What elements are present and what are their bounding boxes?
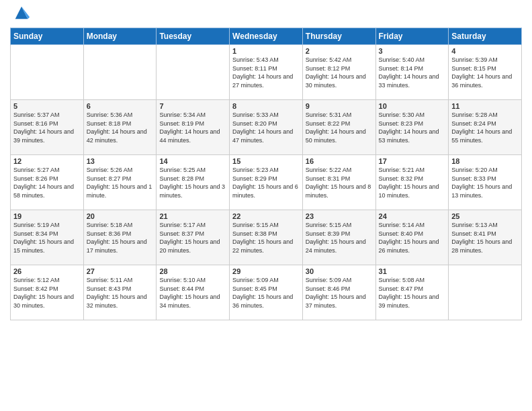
day-number: 13	[87, 157, 154, 165]
calendar-cell: 18Sunrise: 5:20 AM Sunset: 8:33 PM Dayli…	[449, 155, 522, 210]
day-number: 10	[379, 102, 446, 110]
day-info: Sunrise: 5:15 AM Sunset: 8:38 PM Dayligh…	[232, 221, 300, 255]
day-info: Sunrise: 5:26 AM Sunset: 8:27 PM Dayligh…	[87, 166, 154, 199]
day-number: 29	[232, 267, 300, 275]
day-number: 30	[306, 267, 373, 275]
day-info: Sunrise: 5:30 AM Sunset: 8:23 PM Dayligh…	[379, 111, 446, 144]
day-number: 3	[379, 47, 446, 55]
calendar-cell: 16Sunrise: 5:22 AM Sunset: 8:31 PM Dayli…	[302, 155, 375, 210]
calendar-cell	[157, 45, 230, 100]
day-number: 23	[306, 212, 373, 220]
calendar: SundayMondayTuesdayWednesdayThursdayFrid…	[10, 28, 522, 320]
day-info: Sunrise: 5:15 AM Sunset: 8:39 PM Dayligh…	[306, 221, 373, 255]
day-info: Sunrise: 5:20 AM Sunset: 8:33 PM Dayligh…	[451, 166, 519, 199]
calendar-header-row: SundayMondayTuesdayWednesdayThursdayFrid…	[11, 28, 522, 45]
calendar-cell: 17Sunrise: 5:21 AM Sunset: 8:32 PM Dayli…	[375, 155, 449, 210]
page: SundayMondayTuesdayWednesdayThursdayFrid…	[0, 0, 532, 411]
day-number: 11	[451, 102, 519, 110]
calendar-cell	[83, 45, 157, 100]
calendar-cell: 13Sunrise: 5:26 AM Sunset: 8:27 PM Dayli…	[83, 155, 157, 210]
header	[10, 7, 522, 22]
day-number: 18	[451, 157, 519, 165]
calendar-week-1: 5Sunrise: 5:37 AM Sunset: 8:16 PM Daylig…	[11, 100, 522, 155]
calendar-cell: 5Sunrise: 5:37 AM Sunset: 8:16 PM Daylig…	[11, 100, 84, 155]
day-info: Sunrise: 5:43 AM Sunset: 8:11 PM Dayligh…	[232, 56, 300, 89]
day-info: Sunrise: 5:37 AM Sunset: 8:16 PM Dayligh…	[13, 111, 81, 144]
calendar-header-monday: Monday	[83, 28, 157, 45]
day-number: 25	[451, 212, 519, 220]
day-number: 19	[13, 212, 81, 220]
day-info: Sunrise: 5:33 AM Sunset: 8:20 PM Dayligh…	[232, 111, 300, 144]
day-info: Sunrise: 5:14 AM Sunset: 8:40 PM Dayligh…	[379, 221, 446, 255]
calendar-cell: 24Sunrise: 5:14 AM Sunset: 8:40 PM Dayli…	[375, 210, 449, 265]
day-number: 16	[306, 157, 373, 165]
day-info: Sunrise: 5:13 AM Sunset: 8:41 PM Dayligh…	[451, 221, 519, 255]
calendar-cell: 25Sunrise: 5:13 AM Sunset: 8:41 PM Dayli…	[449, 210, 522, 265]
calendar-cell: 6Sunrise: 5:36 AM Sunset: 8:18 PM Daylig…	[83, 100, 157, 155]
day-info: Sunrise: 5:11 AM Sunset: 8:43 PM Dayligh…	[87, 276, 154, 310]
calendar-cell: 22Sunrise: 5:15 AM Sunset: 8:38 PM Dayli…	[230, 210, 303, 265]
day-number: 8	[232, 102, 300, 110]
logo-icon	[12, 3, 31, 22]
calendar-week-0: 1Sunrise: 5:43 AM Sunset: 8:11 PM Daylig…	[11, 45, 522, 100]
day-info: Sunrise: 5:25 AM Sunset: 8:28 PM Dayligh…	[159, 166, 226, 199]
day-number: 17	[379, 157, 446, 165]
calendar-cell: 29Sunrise: 5:09 AM Sunset: 8:45 PM Dayli…	[230, 265, 303, 320]
day-number: 31	[379, 267, 446, 275]
day-info: Sunrise: 5:22 AM Sunset: 8:31 PM Dayligh…	[306, 166, 373, 199]
day-info: Sunrise: 5:31 AM Sunset: 8:22 PM Dayligh…	[306, 111, 373, 144]
calendar-cell: 9Sunrise: 5:31 AM Sunset: 8:22 PM Daylig…	[302, 100, 375, 155]
calendar-header-tuesday: Tuesday	[157, 28, 230, 45]
day-info: Sunrise: 5:34 AM Sunset: 8:19 PM Dayligh…	[159, 111, 226, 144]
calendar-cell: 30Sunrise: 5:09 AM Sunset: 8:46 PM Dayli…	[302, 265, 375, 320]
day-number: 12	[13, 157, 81, 165]
day-number: 5	[13, 102, 81, 110]
day-number: 9	[306, 102, 373, 110]
day-number: 28	[159, 267, 226, 275]
calendar-week-3: 19Sunrise: 5:19 AM Sunset: 8:34 PM Dayli…	[11, 210, 522, 265]
calendar-cell: 19Sunrise: 5:19 AM Sunset: 8:34 PM Dayli…	[11, 210, 84, 265]
calendar-cell	[11, 45, 84, 100]
day-number: 22	[232, 212, 300, 220]
calendar-cell: 12Sunrise: 5:27 AM Sunset: 8:26 PM Dayli…	[11, 155, 84, 210]
day-number: 15	[232, 157, 300, 165]
calendar-cell: 3Sunrise: 5:40 AM Sunset: 8:14 PM Daylig…	[375, 45, 449, 100]
day-info: Sunrise: 5:23 AM Sunset: 8:29 PM Dayligh…	[232, 166, 300, 199]
day-info: Sunrise: 5:42 AM Sunset: 8:12 PM Dayligh…	[306, 56, 373, 89]
calendar-cell: 20Sunrise: 5:18 AM Sunset: 8:36 PM Dayli…	[83, 210, 157, 265]
calendar-header-wednesday: Wednesday	[230, 28, 303, 45]
calendar-cell: 23Sunrise: 5:15 AM Sunset: 8:39 PM Dayli…	[302, 210, 375, 265]
calendar-cell: 8Sunrise: 5:33 AM Sunset: 8:20 PM Daylig…	[230, 100, 303, 155]
calendar-cell: 28Sunrise: 5:10 AM Sunset: 8:44 PM Dayli…	[157, 265, 230, 320]
calendar-cell: 27Sunrise: 5:11 AM Sunset: 8:43 PM Dayli…	[83, 265, 157, 320]
day-info: Sunrise: 5:18 AM Sunset: 8:36 PM Dayligh…	[87, 221, 154, 255]
day-info: Sunrise: 5:27 AM Sunset: 8:26 PM Dayligh…	[13, 166, 81, 199]
calendar-header-sunday: Sunday	[11, 28, 84, 45]
day-info: Sunrise: 5:10 AM Sunset: 8:44 PM Dayligh…	[159, 276, 226, 310]
day-info: Sunrise: 5:21 AM Sunset: 8:32 PM Dayligh…	[379, 166, 446, 199]
day-info: Sunrise: 5:40 AM Sunset: 8:14 PM Dayligh…	[379, 56, 446, 89]
day-number: 24	[379, 212, 446, 220]
day-info: Sunrise: 5:28 AM Sunset: 8:24 PM Dayligh…	[451, 111, 519, 144]
calendar-header-saturday: Saturday	[449, 28, 522, 45]
calendar-cell: 11Sunrise: 5:28 AM Sunset: 8:24 PM Dayli…	[449, 100, 522, 155]
calendar-cell: 15Sunrise: 5:23 AM Sunset: 8:29 PM Dayli…	[230, 155, 303, 210]
logo	[10, 7, 31, 22]
day-info: Sunrise: 5:12 AM Sunset: 8:42 PM Dayligh…	[13, 276, 81, 310]
calendar-header-thursday: Thursday	[302, 28, 375, 45]
calendar-cell: 26Sunrise: 5:12 AM Sunset: 8:42 PM Dayli…	[11, 265, 84, 320]
day-number: 1	[232, 47, 300, 55]
day-info: Sunrise: 5:36 AM Sunset: 8:18 PM Dayligh…	[87, 111, 154, 144]
calendar-cell: 10Sunrise: 5:30 AM Sunset: 8:23 PM Dayli…	[375, 100, 449, 155]
day-info: Sunrise: 5:08 AM Sunset: 8:47 PM Dayligh…	[379, 276, 446, 310]
day-number: 26	[13, 267, 81, 275]
day-info: Sunrise: 5:19 AM Sunset: 8:34 PM Dayligh…	[13, 221, 81, 255]
day-number: 6	[87, 102, 154, 110]
calendar-cell	[449, 265, 522, 320]
day-number: 7	[159, 102, 226, 110]
day-number: 14	[159, 157, 226, 165]
calendar-week-4: 26Sunrise: 5:12 AM Sunset: 8:42 PM Dayli…	[11, 265, 522, 320]
day-info: Sunrise: 5:39 AM Sunset: 8:15 PM Dayligh…	[451, 56, 519, 89]
day-info: Sunrise: 5:09 AM Sunset: 8:45 PM Dayligh…	[232, 276, 300, 310]
calendar-cell: 21Sunrise: 5:17 AM Sunset: 8:37 PM Dayli…	[157, 210, 230, 265]
